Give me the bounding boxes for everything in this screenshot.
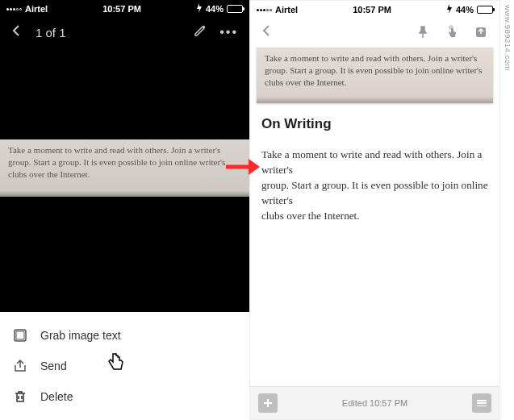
edited-label: Edited 10:57 PM [342, 398, 407, 408]
image-viewer[interactable]: Take a moment to write and read with oth… [0, 48, 249, 312]
note-bottom-bar: Edited 10:57 PM [250, 386, 499, 419]
grab-text-icon [13, 328, 27, 343]
cursor-hand-icon [105, 351, 127, 373]
note-line: group. Start a group. It is even possibl… [261, 177, 488, 208]
note-line: clubs over the Internet. [261, 208, 488, 223]
touch-icon[interactable] [445, 25, 459, 40]
note-line: Take a moment to write and read with oth… [261, 147, 488, 177]
scanned-text-preview: Take a moment to write and read with oth… [0, 139, 249, 197]
viewer-toolbar: 1 of 1 ••• [0, 16, 249, 48]
more-icon[interactable]: ••• [219, 25, 238, 40]
trash-icon [13, 389, 27, 404]
battery-icon [227, 5, 243, 13]
send-icon [13, 359, 27, 373]
delete-button[interactable]: Delete [0, 381, 249, 412]
phone-note-view: Airtel 10:57 PM 44% [249, 0, 500, 420]
battery-icon [477, 6, 493, 14]
sheet-label: Send [40, 360, 67, 372]
add-button[interactable] [258, 393, 278, 413]
back-button[interactable] [261, 25, 273, 40]
status-time: 10:57 PM [102, 4, 141, 14]
status-bar: Airtel 10:57 PM 44% [0, 0, 249, 16]
arrow-icon [224, 157, 261, 180]
watermark: www.989214.com [502, 0, 514, 76]
carrier-label: Airtel [25, 4, 48, 14]
signal-icon [257, 9, 272, 11]
sheet-label: Grab image text [40, 329, 121, 342]
note-body: Take a moment to write and read with oth… [261, 147, 488, 224]
format-button[interactable] [472, 393, 491, 413]
battery-percent: 44% [206, 4, 224, 14]
pin-icon[interactable] [416, 25, 430, 40]
status-bar: Airtel 10:57 PM 44% [250, 1, 499, 17]
carrier-label: Airtel [275, 5, 298, 15]
status-time: 10:57 PM [353, 5, 391, 15]
svg-rect-1 [16, 331, 24, 339]
battery-percent: 44% [456, 5, 474, 15]
sheet-label: Delete [40, 390, 73, 403]
note-content[interactable]: On Writing Take a moment to write and re… [250, 103, 499, 386]
page-counter: 1 of 1 [36, 26, 66, 40]
signal-icon [6, 8, 22, 10]
note-title: On Writing [261, 116, 488, 132]
note-toolbar [250, 17, 499, 48]
grab-image-text-button[interactable]: Grab image text [0, 320, 249, 351]
back-button[interactable] [11, 25, 23, 40]
export-icon[interactable] [474, 25, 488, 40]
scanned-image-attachment[interactable]: Take a moment to write and read with oth… [257, 48, 493, 103]
edit-icon[interactable] [194, 24, 207, 40]
charging-icon [446, 4, 453, 15]
charging-icon [196, 3, 203, 15]
